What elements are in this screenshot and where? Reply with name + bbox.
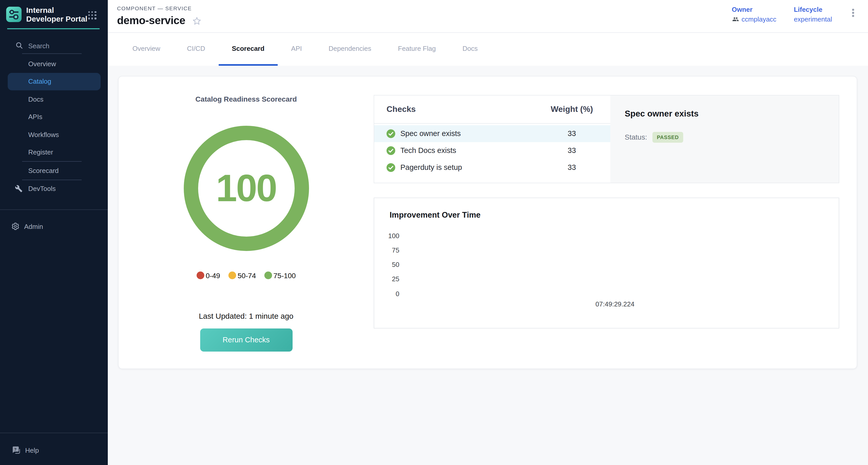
y-axis-tick: 50 — [379, 260, 399, 268]
check-row-pagerduty[interactable]: Pagerduty is setup 33 — [374, 159, 610, 176]
sidebar-item-help[interactable]: ? Help — [0, 444, 108, 456]
checks-table-header: Checks Weight (%) — [374, 95, 610, 123]
portal-logo-icon — [6, 7, 22, 22]
weight-column-header: Weight (%) — [538, 104, 605, 114]
score-gauge: 100 — [184, 125, 309, 251]
brand-title: Internal Developer Portal — [26, 6, 89, 23]
owner-label: Owner — [732, 6, 776, 13]
improvement-chart: Improvement Over Time 100 75 50 25 0 07:… — [374, 197, 839, 329]
status-badge: PASSED — [652, 132, 683, 143]
apps-grid-icon[interactable] — [88, 11, 96, 20]
legend-item-high: 75-100 — [264, 271, 296, 279]
main-area: COMPONENT — SERVICE demo-service Owner — [108, 0, 868, 465]
chart-title: Improvement Over Time — [390, 210, 480, 219]
tab-overview[interactable]: Overview — [119, 33, 174, 66]
last-updated-text: Last Updated: 1 minute ago — [199, 311, 293, 320]
tab-api[interactable]: API — [278, 33, 315, 66]
sidebar-item-scorecard[interactable]: Scorecard — [7, 162, 100, 179]
svg-text:?: ? — [14, 447, 17, 452]
legend-dot-amber — [228, 272, 236, 279]
sidebar-item-apis[interactable]: APIs — [7, 108, 100, 126]
y-axis-tick: 0 — [379, 290, 399, 298]
wrench-icon — [15, 185, 23, 193]
check-passed-icon — [386, 163, 395, 172]
owner-block: Owner ccmplayacc — [732, 6, 776, 23]
sidebar-item-workflows[interactable]: Workflows — [7, 126, 100, 144]
check-passed-icon — [386, 146, 395, 155]
sidebar: Internal Developer Portal Search Overvie… — [0, 0, 108, 465]
checks-table: Checks Weight (%) Spec owner e — [374, 95, 610, 183]
scorecard-title: Catalog Readiness Scorecard — [195, 95, 297, 103]
rerun-checks-button[interactable]: Rerun Checks — [200, 328, 292, 351]
tab-cicd[interactable]: CI/CD — [174, 33, 218, 66]
y-axis-tick: 25 — [379, 275, 399, 283]
legend-item-mid: 50-74 — [228, 271, 256, 279]
sidebar-item-catalog[interactable]: Catalog — [7, 73, 100, 90]
owner-value-link[interactable]: ccmplayacc — [732, 16, 776, 23]
favorite-star-icon[interactable] — [192, 16, 202, 25]
status-label: Status: — [625, 133, 647, 141]
sidebar-item-devtools[interactable]: DevTools — [7, 180, 100, 197]
tab-docs[interactable]: Docs — [449, 33, 491, 66]
people-icon — [732, 16, 739, 23]
sidebar-search[interactable]: Search — [0, 40, 108, 52]
sidebar-item-docs[interactable]: Docs — [7, 90, 100, 108]
scorecard-card: Catalog Readiness Scorecard 100 0-49 50-… — [118, 76, 857, 369]
breadcrumb: COMPONENT — SERVICE — [117, 5, 192, 11]
sidebar-item-overview[interactable]: Overview — [7, 55, 100, 73]
tab-dependencies[interactable]: Dependencies — [315, 33, 384, 66]
checks-section: Checks Weight (%) Spec owner e — [374, 95, 839, 183]
x-axis-tick: 07:49:29.224 — [595, 300, 634, 308]
legend-dot-green — [264, 272, 272, 279]
admin-label: Admin — [24, 222, 43, 230]
check-detail-panel: Spec owner exists Status: PASSED — [610, 95, 839, 183]
search-label: Search — [28, 42, 49, 50]
tab-feature-flag[interactable]: Feature Flag — [385, 33, 449, 66]
brand-divider — [7, 28, 100, 29]
entity-tabs: Overview CI/CD Scorecard API Dependencie… — [108, 33, 868, 66]
help-label: Help — [25, 446, 39, 454]
sidebar-item-admin[interactable]: Admin — [0, 220, 108, 232]
tab-scorecard[interactable]: Scorecard — [218, 33, 278, 66]
check-row-tech-docs[interactable]: Tech Docs exists 33 — [374, 142, 610, 159]
lifecycle-block: Lifecycle experimental — [794, 6, 832, 23]
score-value: 100 — [216, 166, 276, 210]
divider — [22, 179, 82, 180]
check-passed-icon — [386, 129, 395, 138]
divider — [0, 433, 108, 433]
legend-dot-red — [196, 272, 204, 279]
y-axis-tick: 100 — [379, 232, 399, 240]
entity-header: COMPONENT — SERVICE demo-service Owner — [108, 0, 868, 33]
sidebar-nav: Overview Catalog Docs APIs Workflows Reg… — [0, 55, 108, 197]
divider — [0, 209, 108, 210]
check-detail-title: Spec owner exists — [625, 108, 825, 118]
y-axis-tick: 75 — [379, 246, 399, 254]
help-chat-icon: ? — [12, 446, 21, 454]
more-options-kebab-icon[interactable] — [849, 9, 857, 17]
gear-icon — [11, 222, 20, 230]
checks-column-header: Checks — [386, 104, 538, 114]
score-legend: 0-49 50-74 75-100 — [196, 271, 296, 279]
page-title: demo-service — [117, 14, 185, 27]
legend-item-low: 0-49 — [196, 271, 220, 279]
lifecycle-label: Lifecycle — [794, 6, 832, 13]
gauge-column: Catalog Readiness Scorecard 100 0-49 50-… — [119, 76, 374, 351]
divider — [22, 53, 82, 54]
lifecycle-value[interactable]: experimental — [794, 16, 832, 23]
search-icon — [16, 42, 23, 49]
tab-content: Catalog Readiness Scorecard 100 0-49 50-… — [108, 66, 868, 465]
sidebar-item-register[interactable]: Register — [7, 144, 100, 161]
app-window: Internal Developer Portal Search Overvie… — [0, 0, 868, 465]
check-row-spec-owner[interactable]: Spec owner exists 33 — [374, 125, 610, 142]
